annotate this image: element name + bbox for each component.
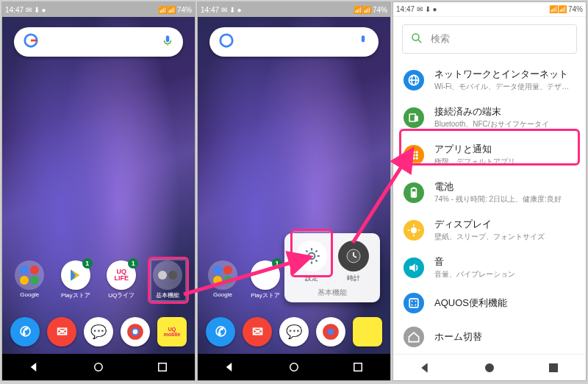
google-logo xyxy=(23,32,39,51)
dock-uqmobile[interactable]: UQmobile xyxy=(154,317,190,346)
mic-icon[interactable] xyxy=(161,34,174,50)
settings-row-display[interactable]: ディスプレイ壁紙、スリープ、フォントサイズ xyxy=(393,211,586,249)
svg-point-31 xyxy=(409,157,412,159)
svg-rect-7 xyxy=(159,363,167,371)
nav-recent[interactable] xyxy=(351,360,365,374)
app-google-folder[interactable]: Google xyxy=(205,260,240,299)
svg-rect-48 xyxy=(550,363,558,371)
svg-rect-42 xyxy=(409,299,418,307)
apps-icon xyxy=(404,145,424,166)
settings-row-sound[interactable]: 音音量、バイブレーション xyxy=(393,249,586,286)
svg-rect-35 xyxy=(412,187,415,188)
sound-icon xyxy=(404,257,424,278)
panel-settings: 14:47 ✉ ⬇ ● 📶📶 74% 検索 ネットワークとインターネットWi-F… xyxy=(392,1,587,381)
settings-row-home[interactable]: ホーム切替 xyxy=(393,320,586,354)
nav-home[interactable] xyxy=(92,360,105,374)
svg-point-30 xyxy=(416,154,418,156)
mic-icon[interactable] xyxy=(356,34,370,50)
svg-point-47 xyxy=(486,363,494,371)
settings-row-apps[interactable]: アプリと通知権限、デフォルトアプリ xyxy=(393,136,586,174)
svg-point-18 xyxy=(412,34,419,40)
svg-point-16 xyxy=(290,363,298,371)
dock-phone[interactable]: ✆ xyxy=(7,317,43,346)
settings-row-aquos[interactable]: AQUOS便利機能 xyxy=(393,286,586,320)
devices-icon xyxy=(404,107,424,128)
svg-rect-24 xyxy=(415,115,418,121)
google-search-bar[interactable] xyxy=(14,27,183,57)
battery-icon xyxy=(404,182,424,203)
svg-point-46 xyxy=(415,304,416,305)
globe-icon xyxy=(404,70,424,90)
app-playstore[interactable]: 1 Playストア xyxy=(58,260,93,299)
svg-point-27 xyxy=(416,151,418,153)
svg-rect-17 xyxy=(354,363,362,371)
nav-back[interactable] xyxy=(419,361,432,374)
aquos-icon xyxy=(404,293,424,313)
google-logo xyxy=(218,32,234,51)
settings-row-globe[interactable]: ネットワークとインターネットWi-Fi、モバイル、データ使用量、テザリ… xyxy=(393,61,586,99)
settings-row-devices[interactable]: 接続済みの端末Bluetooth、NFC/おサイフケータイ xyxy=(393,99,586,136)
folder-popup: 設定 時計 基本機能 xyxy=(284,233,380,302)
svg-rect-36 xyxy=(412,191,416,196)
status-battery: 74% xyxy=(177,6,192,14)
svg-point-8 xyxy=(220,35,233,47)
google-search-bar[interactable] xyxy=(209,27,379,57)
app-uqlife[interactable]: UQLIFE 1 UQライフ xyxy=(104,260,139,299)
svg-point-26 xyxy=(412,151,415,153)
app-playstore[interactable]: ▶1 Playストア xyxy=(248,260,283,299)
svg-point-6 xyxy=(95,363,103,371)
svg-point-25 xyxy=(409,151,412,153)
dock-messages[interactable]: 💬 xyxy=(81,317,116,346)
nav-recent[interactable] xyxy=(156,360,169,374)
svg-point-43 xyxy=(411,300,412,302)
nav-home[interactable] xyxy=(483,361,496,374)
svg-rect-1 xyxy=(166,35,170,42)
svg-point-28 xyxy=(409,154,412,156)
app-basic-folder[interactable]: 基本機能 xyxy=(150,260,185,299)
settings-row-battery[interactable]: 電池74% - 残り時間: 2日以上、健康度:良好 xyxy=(393,174,586,211)
dock-mail[interactable]: ✉ xyxy=(44,317,79,346)
svg-point-44 xyxy=(415,300,416,302)
nav-recent[interactable] xyxy=(547,361,560,374)
svg-point-5 xyxy=(133,330,138,335)
search-icon xyxy=(410,32,423,47)
nav-back[interactable] xyxy=(223,360,237,374)
nav-back[interactable] xyxy=(28,360,41,374)
svg-point-45 xyxy=(411,304,412,305)
panel-home-2: 14:47 ✉ ⬇ ● 📶📶 74% Google ▶1 Playストア 設 xyxy=(197,1,391,381)
svg-point-29 xyxy=(412,154,415,156)
svg-point-10 xyxy=(308,253,315,260)
folder-item-settings[interactable]: 設定 xyxy=(296,241,327,283)
svg-point-37 xyxy=(411,227,417,232)
settings-search[interactable]: 検索 xyxy=(402,24,577,54)
dock-chrome[interactable] xyxy=(118,317,153,346)
svg-point-33 xyxy=(416,157,418,159)
svg-line-19 xyxy=(418,40,421,43)
svg-point-15 xyxy=(328,329,334,335)
svg-point-32 xyxy=(412,157,415,159)
folder-item-clock[interactable]: 時計 xyxy=(338,241,369,283)
nav-home[interactable] xyxy=(287,360,301,374)
display-icon xyxy=(404,220,424,241)
panel-home-1: 14:47 ✉ ⬇ ● 📶📶 74% Google 1 Playストア UQLI… xyxy=(1,1,196,381)
status-time: 14:47 xyxy=(5,6,24,14)
app-google-folder[interactable]: Google xyxy=(12,260,47,299)
home-icon xyxy=(404,327,424,347)
svg-rect-9 xyxy=(362,35,365,42)
